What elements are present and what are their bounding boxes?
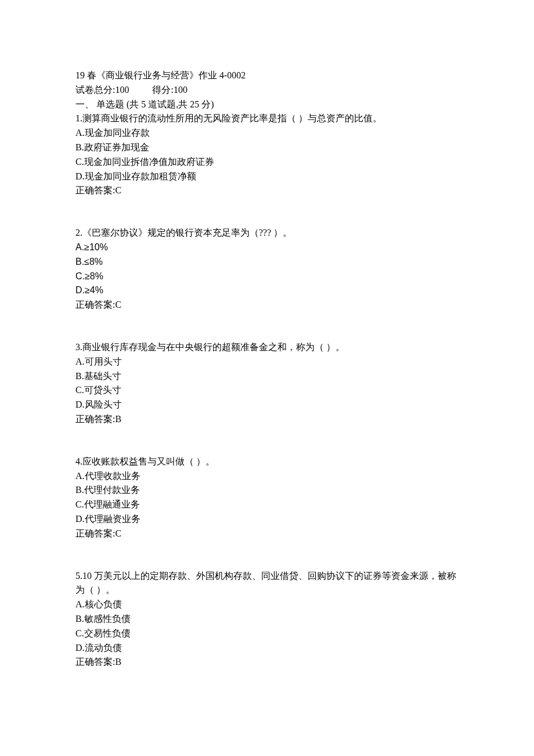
question-option: C.≥8% [75,269,459,284]
question-option: A.≥10% [75,240,459,255]
question-option: A.核心负债 [75,597,459,612]
question-stem: 1.测算商业银行的流动性所用的无风险资产比率是指（ ）与总资产的比值。 [75,111,459,126]
question-option: D.风险头寸 [75,398,459,412]
question-option: C.代理融通业务 [75,498,459,512]
question-option: B.政府证券加现金 [75,141,459,155]
question-option: C.交易性负债 [75,627,459,641]
question-stem: 3.商业银行库存现金与在中央银行的超额准备金之和，称为（ ）。 [75,340,459,355]
question-option: A.可用头寸 [75,355,459,369]
section-heading: 一、 单选题 (共 5 道试题,共 25 分) [75,98,459,112]
question-option: B.敏感性负债 [75,612,459,627]
score-line: 试卷总分:100得分:100 [75,83,459,98]
answer-line: 正确答案:C [75,183,459,198]
score-got: 得分:100 [152,85,187,95]
question-block: 1.测算商业银行的流动性所用的无风险资产比率是指（ ）与总资产的比值。 A.现金… [75,111,459,198]
question-block: 3.商业银行库存现金与在中央银行的超额准备金之和，称为（ ）。 A.可用头寸 B… [75,340,459,427]
question-block: 2.《巴塞尔协议》规定的银行资本充足率为（??? ）。 A.≥10% B.≤8%… [75,226,459,312]
doc-title: 19 春《商业银行业务与经营》作业 4-0002 [75,69,459,83]
question-option: B.基础头寸 [75,369,459,384]
document-page: 19 春《商业银行业务与经营》作业 4-0002 试卷总分:100得分:100 … [0,0,534,756]
question-option: D.代理融资业务 [75,512,459,527]
answer-line: 正确答案:B [75,412,459,427]
question-block: 5.10 万美元以上的定期存款、外国机构存款、同业借贷、回购协议下的证券等资金来… [75,569,459,670]
score-total: 试卷总分:100 [75,85,129,95]
question-block: 4.应收账款权益售与又叫做（ ）。 A.代理收款业务 B.代理付款业务 C.代理… [75,455,459,541]
answer-line: 正确答案:C [75,527,459,541]
question-option: A.现金加同业存款 [75,126,459,141]
question-option: A.代理收款业务 [75,469,459,484]
question-option: D.现金加同业存款加租赁净额 [75,170,459,184]
question-option: B.代理付款业务 [75,483,459,498]
question-stem: 4.应收账款权益售与又叫做（ ）。 [75,455,459,469]
question-option: C.可贷头寸 [75,383,459,398]
question-option: D.≥4% [75,283,459,298]
question-option: B.≤8% [75,255,459,269]
question-stem: 5.10 万美元以上的定期存款、外国机构存款、同业借贷、回购协议下的证券等资金来… [75,569,459,598]
question-option: C.现金加同业拆借净值加政府证券 [75,155,459,170]
answer-line: 正确答案:B [75,655,459,669]
question-stem: 2.《巴塞尔协议》规定的银行资本充足率为（??? ）。 [75,226,459,240]
question-option: D.流动负债 [75,641,459,656]
answer-line: 正确答案:C [75,298,459,312]
